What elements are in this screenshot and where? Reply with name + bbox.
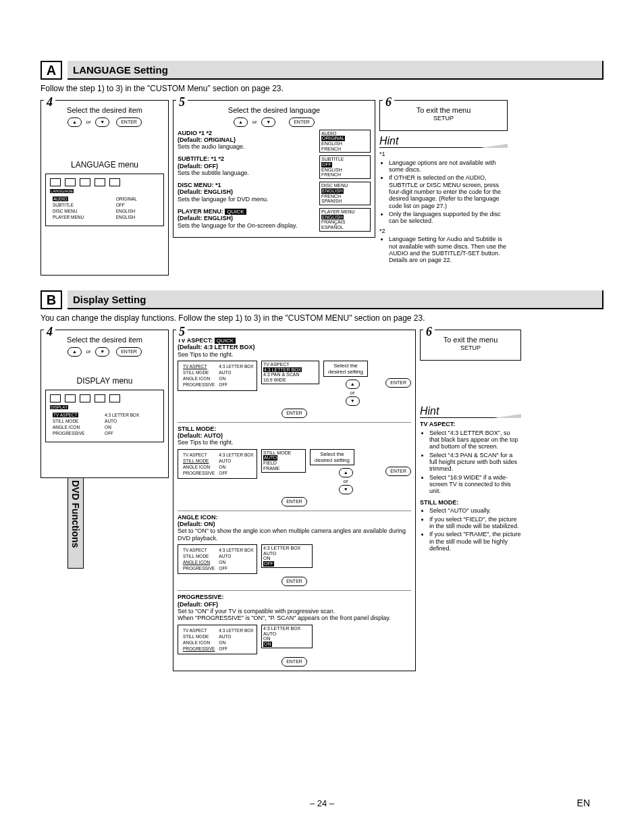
- enter-button: ENTER: [289, 118, 315, 127]
- b-angle-osd: TV ASPECT4:3 LETTER BOX STILL MODEAUTO A…: [178, 544, 257, 575]
- a-hint-body: *1 Language options are not available wi…: [379, 151, 508, 263]
- enter-button: ENTER: [281, 409, 307, 418]
- a-discmenu-popup: DISC MENU ENGLISH FRENCH SPANISH: [319, 182, 371, 205]
- down-button: ▼: [339, 485, 353, 494]
- a-language-menu-label: LANGUAGE menu: [45, 161, 164, 170]
- a-subtitle-popup: SUBTITLE OFF ENGLISH FRENCH: [319, 155, 371, 179]
- a-step5-panel: 5 Select the desired language ▲ or ▼ ENT…: [173, 100, 375, 238]
- a-playermenu-label: PLAYER MENU:: [178, 208, 223, 215]
- b-prog-popup: 4:3 LETTER BOX AUTO ON ON: [261, 625, 313, 648]
- a-step6-num: 6: [383, 95, 394, 109]
- b-display-osd: DISPLAY TV ASPECT4:3 LETTER BOX STILL MO…: [45, 390, 164, 442]
- enter-button: ENTER: [385, 378, 411, 388]
- a-hint-header: Hint: [379, 135, 508, 148]
- b-step4-panel: 4 Select the desired item ▲ or ▼ ENTER D…: [41, 330, 169, 478]
- section-b-header: B Display Setting: [41, 290, 603, 309]
- enter-button: ENTER: [281, 657, 307, 667]
- a-audio-label: AUDIO *1 *2: [178, 130, 315, 136]
- section-a-title: LANGUAGE Setting: [68, 61, 603, 80]
- quick-badge: QUICK: [215, 338, 236, 344]
- up-button: ▲: [234, 118, 248, 127]
- up-button: ▲: [68, 347, 82, 357]
- b-angle-popup: 4:3 LETTER BOX AUTO ON OFF: [261, 544, 313, 568]
- a-step5-num: 5: [176, 95, 188, 109]
- enter-button: ENTER: [281, 497, 307, 506]
- a-playermenu-popup: PLAYER MENU ENGLISH FRANÇAIS ESPAÑOL: [319, 208, 371, 232]
- enter-button: ENTER: [116, 118, 142, 127]
- quick-badge: QUICK: [225, 209, 246, 215]
- a-step6-col: 6 To exit the menu SETUP Hint *1 Languag…: [379, 100, 508, 265]
- a-step4-panel: 4 Select the desired item ▲ or ▼ ENTER L…: [41, 100, 169, 276]
- setup-label: SETUP: [384, 115, 503, 122]
- b-prog-osd: TV ASPECT4:3 LETTER BOX STILL MODEAUTO A…: [178, 625, 257, 655]
- b-step4-num: 4: [44, 325, 55, 339]
- b-tv-osd: TV ASPECT4:3 LETTER BOX STILL MODEAUTO A…: [178, 361, 257, 391]
- page-number: – 24 –: [0, 798, 644, 808]
- or-label: or: [86, 119, 91, 125]
- b-step6-num: 6: [423, 325, 435, 339]
- b-step6-title: To exit the menu: [425, 336, 516, 344]
- a-step4-title: Select the desired item: [45, 106, 164, 115]
- down-button: ▼: [346, 396, 360, 406]
- setup-label: SETUP: [425, 344, 516, 351]
- b-progressive-label: PROGRESSIVE:: [178, 594, 411, 600]
- b-still-popup: STILL MODE AUTO FIELD FRAME: [261, 449, 306, 473]
- b-step5-num: 5: [176, 325, 188, 339]
- down-button: ▼: [261, 118, 275, 127]
- section-a-header: A LANGUAGE Setting: [41, 61, 603, 80]
- b-hint-header: Hint: [420, 405, 521, 418]
- section-b-intro: You can change the display functions. Fo…: [41, 313, 603, 323]
- up-button: ▲: [68, 118, 82, 127]
- a-step5-title: Select the desired language: [178, 106, 371, 115]
- b-step6-col: 6 To exit the menu SETUP Hint TV ASPECT:…: [420, 330, 521, 553]
- page-lang: EN: [577, 798, 590, 808]
- select-setting-label: Select the desired setting: [323, 361, 368, 377]
- section-a-letter: A: [41, 61, 62, 80]
- down-button: ▼: [95, 347, 109, 357]
- enter-button: ENTER: [385, 467, 411, 476]
- b-still-osd: TV ASPECT4:3 LETTER BOX STILL MODEAUTO A…: [178, 449, 257, 479]
- section-b-letter: B: [41, 290, 62, 309]
- section-a-intro: Follow the step 1) to 3) in the "CUSTOM …: [41, 84, 603, 93]
- a-discmenu-label: DISC MENU: *1: [178, 182, 315, 188]
- b-stillmode-label: STILL MODE:: [178, 425, 411, 432]
- b-step4-title: Select the desired item: [45, 336, 164, 344]
- section-b-title: Display Setting: [68, 290, 603, 309]
- b-hint-body: TV ASPECT: Select "4:3 LETTER BOX", so t…: [420, 421, 521, 552]
- b-tv-popup: TV ASPECT 4:3 LETTER BOX 4:3 PAN & SCAN …: [261, 361, 319, 384]
- select-setting-label: Select the desired setting: [310, 449, 354, 465]
- b-angleicon-label: ANGLE ICON:: [178, 514, 411, 521]
- a-subtitle-label: SUBTITLE: *1 *2: [178, 155, 315, 162]
- enter-button: ENTER: [281, 577, 307, 586]
- a-audio-popup: AUDIO ORIGINAL ENGLISH FRENCH: [319, 130, 371, 153]
- down-button: ▼: [95, 118, 109, 127]
- a-step4-num: 4: [44, 95, 55, 109]
- a-step6-title: To exit the menu: [384, 106, 503, 115]
- enter-button: ENTER: [116, 347, 142, 357]
- up-button: ▲: [339, 468, 353, 477]
- b-step5-panel: 5 TV ASPECT: QUICK (Default: 4:3 LETTER …: [173, 330, 416, 671]
- b-display-menu-label: DISPLAY menu: [45, 377, 164, 386]
- up-button: ▲: [346, 380, 360, 389]
- a-language-osd: LANGUAGE AUDIOORIGINAL SUBTITLEOFF DISC …: [45, 174, 164, 226]
